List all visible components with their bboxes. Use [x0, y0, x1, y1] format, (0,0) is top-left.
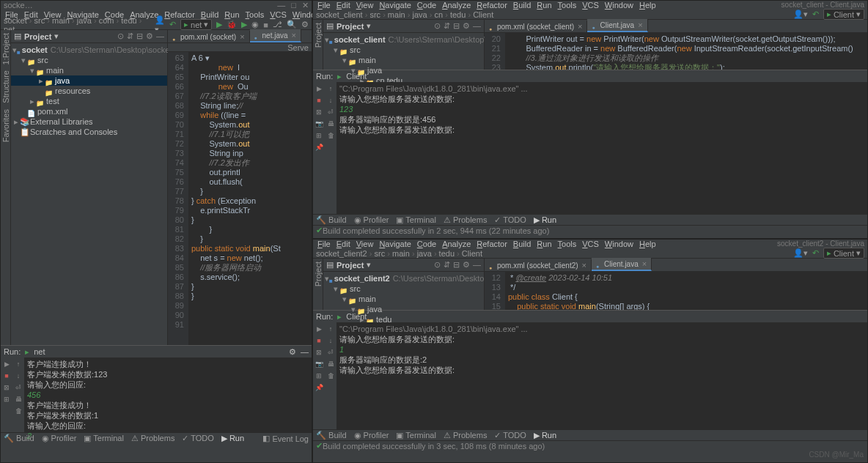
collapse-icon[interactable]: ⊟: [136, 32, 143, 41]
breadcrumb-segment[interactable]: src: [369, 10, 380, 19]
wrap-icon[interactable]: ⏎: [326, 108, 335, 117]
tree-node-resources[interactable]: resources: [11, 86, 167, 96]
breadcrumb-segment[interactable]: tedu: [450, 10, 466, 19]
tree-node-src[interactable]: ▾src: [11, 55, 167, 65]
breadcrumb-segment[interactable]: cn: [434, 10, 443, 19]
breadcrumb-segment[interactable]: main: [388, 10, 405, 19]
project-tool-button[interactable]: 1:Project: [1, 33, 10, 64]
menu-vcs[interactable]: VCS: [582, 240, 599, 248]
select-opened-icon[interactable]: ⊙: [434, 260, 441, 270]
up-icon[interactable]: ↑: [326, 85, 335, 94]
menu-analyze[interactable]: Analyze: [442, 1, 471, 10]
menu-view[interactable]: View: [356, 1, 374, 10]
tree-node-src[interactable]: ▾src: [323, 45, 484, 55]
breadcrumb-segment[interactable]: java: [77, 16, 92, 25]
collapse-icon[interactable]: ⊟: [453, 260, 460, 270]
menu-run[interactable]: Run: [537, 240, 551, 248]
trash-icon[interactable]: 🗑: [326, 132, 335, 141]
pin-icon[interactable]: 📌: [315, 144, 323, 152]
run-config[interactable]: Client: [346, 72, 367, 81]
close-icon[interactable]: ✕: [302, 1, 309, 10]
bottom-tab-terminal[interactable]: ▣ Terminal: [396, 431, 435, 440]
bottom-tab-todo[interactable]: ✓ TODO: [182, 434, 213, 443]
breadcrumb-segment[interactable]: tedu: [121, 16, 136, 25]
project-tool-button[interactable]: Project: [314, 23, 323, 48]
breadcrumb-segment[interactable]: socket_client: [316, 10, 363, 19]
breadcrumb-segment[interactable]: socket_client2: [316, 249, 367, 258]
print-icon[interactable]: 🖶: [326, 360, 335, 369]
breadcrumb-segment[interactable]: socket: [4, 16, 27, 25]
print-icon[interactable]: 🖶: [326, 120, 335, 129]
maximize-icon[interactable]: □: [291, 1, 296, 10]
stop-icon[interactable]: ■: [315, 97, 323, 105]
expand-icon[interactable]: ⇵: [127, 32, 133, 41]
menu-help[interactable]: Help: [639, 240, 656, 248]
menu-edit[interactable]: Edit: [336, 240, 350, 248]
tree-root[interactable]: ▾socketC:\Users\Sterman\Desktop\socket: [11, 45, 167, 55]
breadcrumb-segment[interactable]: main: [52, 16, 70, 25]
editor-tab[interactable]: pom.xml (socket_client2)×: [485, 259, 592, 271]
hide-icon[interactable]: —: [301, 347, 309, 356]
exit-icon[interactable]: ⊠: [2, 384, 11, 393]
select-opened-icon[interactable]: ⊙: [117, 32, 124, 41]
event-log-button[interactable]: ◧ Event Log: [262, 434, 309, 443]
menu-tools[interactable]: Tools: [558, 240, 577, 248]
tree-node-src[interactable]: ▾src: [323, 284, 484, 294]
down-icon[interactable]: ↓: [326, 97, 335, 105]
menu-navigate[interactable]: Navigate: [379, 1, 411, 10]
run-config-selector[interactable]: ▸Client ▾: [823, 9, 864, 20]
pin-icon[interactable]: 📌: [315, 384, 323, 393]
close-tab-icon[interactable]: ×: [292, 31, 296, 40]
tree-root[interactable]: ▾socket_clientC:\Users\Sterman\Desktop\s…: [323, 34, 484, 45]
project-tool-button[interactable]: Project: [314, 262, 323, 286]
rerun-icon[interactable]: ▶: [2, 360, 11, 369]
expand-icon[interactable]: ⇵: [444, 260, 450, 270]
code-editor[interactable]: 6364656667686970717273747576777879808182…: [168, 52, 312, 345]
code-editor[interactable]: 12131415 * @create 2023-02-14 10:51 */pu…: [485, 272, 867, 310]
exit-icon[interactable]: ⊠: [315, 349, 323, 358]
menu-analyze[interactable]: Analyze: [442, 240, 471, 248]
editor-tab[interactable]: Client.java×: [592, 258, 652, 271]
menu-help[interactable]: Help: [639, 1, 656, 10]
exit-icon[interactable]: ⊠: [315, 108, 323, 117]
menu-refactor[interactable]: Refactor: [477, 240, 507, 248]
menu-tools[interactable]: Tools: [558, 1, 577, 10]
up-icon[interactable]: ↑: [326, 325, 335, 334]
code-text[interactable]: A 6 ▾ new I PrintWriter ou new Ou //7.2读…: [188, 52, 312, 345]
bottom-tab-build[interactable]: 🔨 Build: [4, 434, 34, 443]
console[interactable]: "C:\Program Files\Java\jdk1.8.0_281\bin\…: [336, 82, 867, 214]
menu-code[interactable]: Code: [417, 1, 436, 10]
bottom-tab-build[interactable]: 🔨 Build: [316, 431, 347, 440]
camera-icon[interactable]: 📷: [315, 120, 323, 129]
menu-vcs[interactable]: VCS: [582, 1, 599, 10]
menu-build[interactable]: Build: [513, 240, 531, 248]
tree-node-main[interactable]: ▾main: [11, 65, 167, 75]
breadcrumb-segment[interactable]: src: [375, 249, 386, 258]
rerun-icon[interactable]: ▶: [315, 325, 323, 334]
breadcrumb-segment[interactable]: Client: [473, 10, 493, 19]
code-text[interactable]: PrintWriter out = new PrintWriter(new Ou…: [505, 33, 867, 70]
tree-node-java[interactable]: ▸java: [11, 75, 167, 86]
favorites-tool-button[interactable]: Favorites: [1, 109, 10, 142]
breadcrumb-segment[interactable]: java: [413, 10, 427, 19]
rerun-icon[interactable]: ▶: [315, 85, 323, 94]
bottom-tab-terminal[interactable]: ▣ Terminal: [84, 434, 123, 443]
tree-node-pom.xml[interactable]: pom.xml: [11, 106, 167, 116]
back-icon[interactable]: ↶: [169, 20, 176, 29]
console[interactable]: 客户端连接成功！客户端发来的数据:123请输入您的回应:456客户端连接成功！客…: [24, 358, 312, 432]
menu-window[interactable]: Window: [605, 240, 633, 248]
serve-hint[interactable]: Serve: [287, 43, 309, 52]
trash-icon[interactable]: 🗑: [326, 372, 335, 381]
menu-build[interactable]: Build: [513, 1, 531, 10]
layout-icon[interactable]: ⊞: [315, 132, 323, 141]
profile-icon[interactable]: ◉: [251, 20, 259, 29]
bottom-tab-run[interactable]: ▶ Run: [534, 431, 556, 440]
bottom-tab-problems[interactable]: ⚠ Problems: [444, 431, 488, 440]
close-tab-icon[interactable]: ×: [642, 259, 647, 268]
menu-run[interactable]: Run: [537, 1, 551, 10]
trash-icon[interactable]: 🗑: [14, 407, 23, 416]
back-icon[interactable]: ↶: [812, 10, 819, 19]
bottom-tab-profiler[interactable]: ◉ Profiler: [354, 215, 389, 225]
code-text[interactable]: * @create 2023-02-14 10:51 */public clas…: [505, 272, 867, 310]
down-icon[interactable]: ↓: [14, 372, 23, 381]
